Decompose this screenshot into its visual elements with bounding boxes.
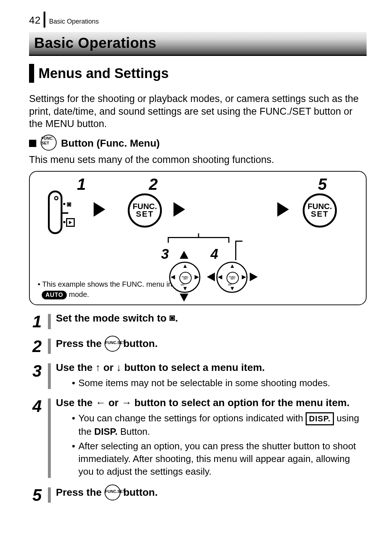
step-title: Use the ← or → button to select an optio…: [56, 396, 367, 409]
step-title: Press the FUNC.SET button.: [56, 485, 367, 501]
step-item: 2 Press the FUNC.SET button.: [29, 336, 367, 356]
step-title: Use the ↑ or ↓ button to select a menu i…: [56, 361, 367, 374]
func-set-icon: FUNC. SET: [303, 193, 337, 228]
bracket-icon: [168, 237, 229, 244]
step-item: 4 Use the ← or → button to select an opt…: [29, 396, 367, 480]
divider-icon: [44, 12, 45, 28]
auto-badge-icon: AUTO: [42, 291, 67, 299]
section-bar-icon: [29, 64, 34, 83]
diagram-step-number: 1: [77, 175, 86, 193]
diagram-step-number: 3: [161, 246, 169, 262]
diagram-step-number: 5: [318, 175, 327, 193]
arrow-right-icon: [94, 202, 105, 217]
step-number: 1: [29, 312, 45, 331]
step-number: 5: [29, 485, 45, 505]
intro-paragraph: Settings for the shooting or playback mo…: [29, 93, 367, 130]
diagram-step-number: 4: [211, 246, 218, 262]
step-item: 3 Use the ↑ or ↓ button to select a menu…: [29, 361, 367, 391]
step-bar-icon: [48, 398, 51, 478]
control-pad-icon: FUNC.SET ▲▼◀▶ MF: [169, 262, 200, 293]
arrow-left-icon: [207, 273, 215, 281]
control-pad-icon: FUNC.SET ▲▼◀▶ MF: [216, 262, 248, 293]
func-menu-diagram: 1 2 5 ◙ FUNC. SET FUNC. SET 3 4: [29, 171, 367, 305]
step-bar-icon: [48, 363, 51, 389]
camera-icon: ◙: [170, 312, 175, 324]
step-title: Set the mode switch to ◙.: [56, 312, 367, 325]
arrow-right-icon: [173, 202, 185, 217]
diagram-step-number: 2: [149, 175, 158, 193]
arrow-down-icon: [180, 294, 188, 302]
square-bullet-icon: [29, 140, 36, 147]
subsection-description: This menu sets many of the common shooti…: [29, 154, 367, 166]
page-number: 42: [29, 15, 41, 26]
step-number: 3: [29, 361, 45, 391]
subsection-title-text: Button (Func. Menu): [61, 138, 160, 149]
arrow-right-icon: [277, 202, 289, 217]
playback-icon: [66, 218, 75, 227]
disp-badge-icon: DISP.: [306, 412, 334, 425]
arrow-right-icon: [250, 273, 258, 281]
step-item: 1 Set the mode switch to ◙.: [29, 312, 367, 331]
section-title: Menus and Settings: [29, 64, 367, 83]
step-bar-icon: [48, 339, 51, 354]
bracket-line-icon: [235, 241, 236, 260]
step-list: 1 Set the mode switch to ◙. 2 Press the …: [29, 312, 367, 505]
func-set-icon: FUNC.SET: [105, 336, 121, 352]
step-title: Press the FUNC.SET button.: [56, 336, 367, 352]
step-item: 5 Press the FUNC.SET button.: [29, 485, 367, 505]
mode-switch-icon: ◙: [48, 191, 70, 234]
arrow-up-icon: [180, 251, 188, 259]
running-header: 42 Basic Operations: [29, 10, 367, 26]
bracket-line-icon: [235, 241, 242, 242]
step-bullet: After selecting an option, you can press…: [72, 440, 367, 478]
running-section-label: Basic Operations: [49, 18, 99, 26]
step-bar-icon: [48, 487, 51, 503]
diagram-note: • This example shows the FUNC. menu in A…: [38, 279, 172, 299]
step-bullet: You can change the settings for options …: [72, 412, 367, 438]
step-bar-icon: [48, 314, 51, 329]
step-bullet: Some items may not be selectable in some…: [72, 377, 367, 389]
step-number: 4: [29, 396, 45, 480]
step-number: 2: [29, 336, 45, 356]
subsection-heading: FUNC. SET Button (Func. Menu): [29, 135, 367, 151]
camera-icon: ◙: [67, 200, 71, 208]
section-title-text: Menus and Settings: [38, 66, 169, 81]
func-set-icon: FUNC. SET: [41, 135, 57, 151]
chapter-title: Basic Operations: [29, 32, 367, 56]
func-set-icon: FUNC. SET: [128, 193, 162, 228]
func-set-icon: FUNC.SET: [105, 484, 121, 500]
